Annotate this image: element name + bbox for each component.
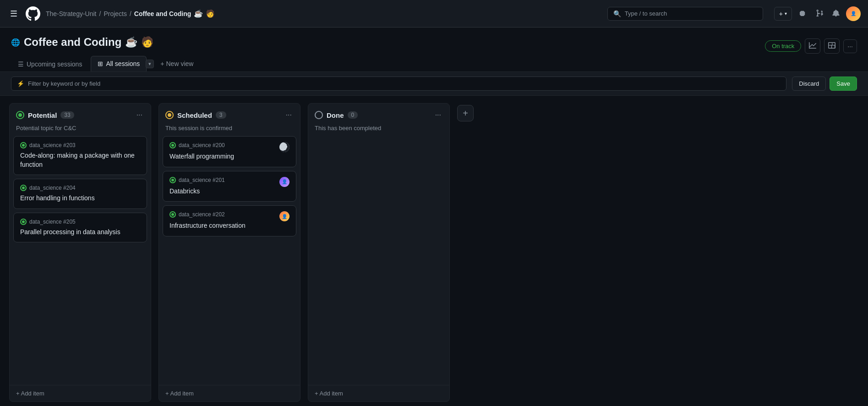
status-icon-scheduled [165,111,174,119]
tab-dropdown-btn[interactable]: ▾ [146,60,154,68]
layout-btn[interactable] [824,38,840,54]
card-header-row: data_science #204 [20,185,140,194]
card[interactable]: data_science #200 Waterfall programming [163,136,296,167]
column-name: Scheduled [177,111,212,119]
coffee-emoji: ☕ [125,36,137,48]
search-icon: 🔍 [613,10,621,17]
add-column-btn[interactable]: + [457,105,474,121]
notifications-btn[interactable] [830,6,842,21]
column-description: This session is confirmed [159,125,300,136]
card[interactable]: data_science #202 👤 Infrastructure conve… [163,205,296,236]
card-meta: data_science #205 [20,219,76,225]
column-description: This has been completed [308,125,449,136]
board-container: Potential 33 ··· Potential topic for C&C… [0,96,868,406]
card-status-icon [169,177,176,183]
card-repo-label: data_science #205 [29,219,76,225]
column-title-row: Scheduled 3 ··· [165,110,294,120]
filter-actions: Discard Save [792,77,857,91]
column-done: Done 0 ··· This has been completed + Add… [308,103,450,402]
card-status-icon [169,211,176,218]
projects-link[interactable]: Projects [104,10,127,17]
card-header-row: data_science #201 👤 [169,177,289,187]
column-menu-btn[interactable]: ··· [284,110,294,120]
card-meta: data_science #203 [20,142,76,148]
project-title-row: 🌐 Coffee and Coding ☕ 🧑 [11,36,198,49]
page-header: 🌐 Coffee and Coding ☕ 🧑 ☰ Upcoming sessi… [0,27,868,72]
card-avatar [279,142,289,152]
table-icon: ☰ [18,60,24,68]
insights-btn[interactable] [805,38,820,54]
column-menu-btn[interactable]: ··· [135,110,144,120]
status-icon-potential [16,111,24,119]
board-icon: ⊞ [98,60,103,67]
filter-input-wrap[interactable]: ⚡ Filter by keyword or by field [11,77,786,91]
discard-button[interactable]: Discard [792,77,826,91]
add-item-row[interactable]: + Add item [10,385,151,401]
column-name: Done [327,111,344,119]
card-status-icon [20,142,27,148]
card-status-icon [169,142,176,148]
column-name: Potential [28,111,57,119]
org-name[interactable]: The-Strategy-Unit [46,10,96,17]
card-meta: data_science #200 [169,142,225,148]
top-nav: ☰ The-Strategy-Unit / Projects / Coffee … [0,0,868,27]
on-track-badge[interactable]: On track [765,40,801,52]
column-header: Scheduled 3 ··· [159,104,300,125]
card-title: Infrastructure conversation [169,221,289,230]
card-title: Databricks [169,187,289,196]
add-item-row[interactable]: + Add item [308,385,449,401]
card-title: Waterfall programming [169,152,289,161]
card-meta: data_science #201 [169,177,225,183]
user-avatar[interactable]: 👤 [846,6,861,21]
page-tabs: ☰ Upcoming sessions ⊞ All sessions ▾ + N… [11,54,198,71]
card-repo-label: data_science #200 [179,142,225,148]
card-status-icon [20,219,27,225]
card-meta: data_science #204 [20,185,76,191]
card-avatar: 👤 [279,177,289,187]
filter-icon: ⚡ [17,80,24,87]
card-repo-label: data_science #202 [179,211,225,218]
card-status-icon [20,185,27,191]
column-header: Done 0 ··· [308,104,449,125]
record-icon-btn[interactable]: ⏺ [796,6,809,21]
column-menu-btn[interactable]: ··· [433,110,443,120]
card-repo-label: data_science #204 [29,185,76,191]
github-logo [26,6,40,21]
column-count: 0 [348,111,358,119]
git-pull-request-btn[interactable] [813,6,826,21]
tab-all-sessions[interactable]: ⊞ All sessions [91,56,147,71]
hamburger-menu[interactable]: ☰ [7,7,20,21]
card-title: Code-along: making a package with one fu… [20,151,140,169]
card-title: Error handling in functions [20,194,140,203]
card[interactable]: data_science #204 Error handling in func… [13,179,147,209]
card[interactable]: data_science #205 Parallel processing in… [13,213,147,243]
search-placeholder: Type / to search [625,10,667,17]
save-button[interactable]: Save [830,77,857,91]
person-emoji: 🧑 [141,36,153,48]
card-header-row: data_science #202 👤 [169,211,289,221]
breadcrumb: The-Strategy-Unit / Projects / Coffee an… [46,9,215,18]
project-name-breadcrumb: Coffee and Coding [134,10,191,17]
column-title-row: Potential 33 ··· [16,110,144,120]
new-view-btn[interactable]: + New view [156,56,198,71]
card[interactable]: data_science #203 Code-along: making a p… [13,136,147,175]
filter-bar: ⚡ Filter by keyword or by field Discard … [0,72,868,96]
cards-list: data_science #200 Waterfall programming … [159,136,300,383]
add-item-row[interactable]: + Add item [159,385,300,401]
tab-upcoming[interactable]: ☰ Upcoming sessions [11,56,89,71]
column-count: 3 [216,111,226,119]
page-header-right: On track ··· [765,36,857,54]
page-title: Coffee and Coding [24,36,121,49]
column-title-row: Done 0 ··· [315,110,443,120]
card-header-row: data_science #200 [169,142,289,152]
more-options-btn[interactable]: ··· [843,39,857,53]
column-potential: Potential 33 ··· Potential topic for C&C… [9,103,151,402]
column-count: 33 [60,111,74,119]
column-header: Potential 33 ··· [10,104,151,125]
card-repo-label: data_science #203 [29,142,76,148]
filter-placeholder: Filter by keyword or by field [28,80,100,87]
card[interactable]: data_science #201 👤 Databricks [163,171,296,202]
search-bar[interactable]: 🔍 Type / to search [607,7,763,21]
new-button[interactable]: + ▾ [774,7,792,21]
card-header-row: data_science #203 [20,142,140,151]
